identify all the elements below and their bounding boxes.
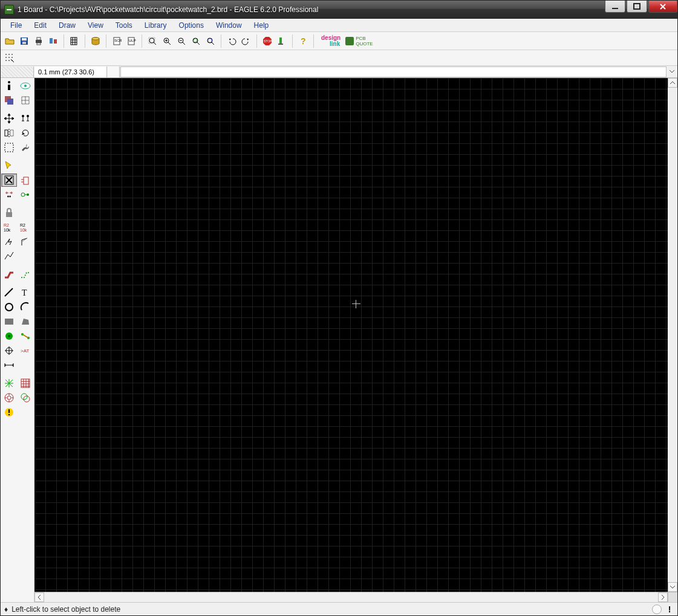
- toolbar-separator: [292, 34, 293, 48]
- lock-tool[interactable]: [1, 206, 17, 219]
- smash-tool[interactable]: [1, 235, 17, 248]
- text-tool[interactable]: T: [18, 286, 34, 299]
- script-button[interactable]: SCR: [110, 34, 123, 48]
- stop-button[interactable]: STOP: [261, 34, 274, 48]
- copy-tool[interactable]: [18, 112, 34, 125]
- signal-tool[interactable]: [18, 329, 34, 343]
- svg-text:STOP: STOP: [264, 39, 272, 43]
- layer-selector[interactable]: [1, 66, 34, 77]
- pcbquote-button[interactable]: PCB QUOTE: [345, 36, 373, 47]
- ulp-button[interactable]: ULP: [125, 34, 138, 48]
- delete-tool[interactable]: [1, 173, 17, 187]
- go-button[interactable]: [275, 34, 288, 48]
- zoom-fit-button[interactable]: [146, 34, 159, 48]
- rotate-tool[interactable]: [18, 126, 34, 140]
- info-tool[interactable]: [1, 79, 17, 92]
- designlink-button[interactable]: design link: [318, 35, 344, 47]
- vscroll-track[interactable]: [668, 88, 677, 582]
- mark-tool[interactable]: [18, 94, 34, 107]
- toolbar-separator: [85, 34, 85, 48]
- svg-point-35: [8, 60, 10, 61]
- add-tool[interactable]: [18, 173, 34, 187]
- svg-text:ULP: ULP: [129, 39, 136, 42]
- rect-tool[interactable]: [1, 315, 17, 328]
- arc-tool[interactable]: [18, 300, 34, 314]
- split-tool[interactable]: [1, 250, 17, 263]
- paste-tool[interactable]: [1, 159, 17, 172]
- value-tool[interactable]: R210k: [18, 221, 34, 234]
- change-tool[interactable]: [18, 141, 34, 154]
- miter-tool[interactable]: [18, 235, 34, 248]
- horizontal-scrollbar[interactable]: [34, 592, 677, 602]
- menu-help[interactable]: Help: [248, 19, 275, 31]
- svg-point-11: [92, 37, 99, 40]
- route-tool[interactable]: [1, 268, 17, 281]
- display-tool[interactable]: [1, 94, 17, 107]
- move-tool[interactable]: [1, 112, 17, 125]
- auto-tool[interactable]: [18, 377, 34, 390]
- erc-tool[interactable]: [1, 391, 17, 404]
- menu-window[interactable]: Window: [210, 19, 248, 31]
- via-tool[interactable]: [1, 329, 17, 343]
- open-button[interactable]: [3, 34, 16, 48]
- maximize-button[interactable]: [627, 1, 647, 13]
- vertical-scrollbar[interactable]: [668, 78, 677, 592]
- show-tool[interactable]: [18, 79, 34, 92]
- drc-tool[interactable]: [18, 391, 34, 404]
- group-tool[interactable]: [1, 141, 17, 154]
- redo-button[interactable]: [240, 34, 253, 48]
- scroll-up-button[interactable]: [668, 78, 677, 88]
- ulp-icon: ULP: [126, 36, 136, 46]
- canvas-grid: [34, 78, 677, 592]
- zoom-select-button[interactable]: [204, 34, 217, 48]
- errors-tool[interactable]: [1, 406, 17, 419]
- zoom-redraw-button[interactable]: [189, 34, 203, 48]
- print-button[interactable]: [32, 34, 45, 48]
- zoom-redraw-icon: [191, 36, 201, 46]
- cam-button[interactable]: [47, 34, 60, 48]
- layers-icon: [4, 95, 15, 106]
- errors-icon: [4, 407, 15, 418]
- mirror-tool[interactable]: [1, 126, 17, 140]
- circle-tool[interactable]: [1, 300, 17, 314]
- menu-edit[interactable]: Edit: [28, 19, 53, 31]
- dimension-tool[interactable]: [1, 358, 17, 372]
- undo-button[interactable]: [225, 34, 238, 48]
- close-button[interactable]: [648, 1, 677, 13]
- menu-options[interactable]: Options: [173, 19, 210, 31]
- hole-tool[interactable]: [1, 344, 17, 357]
- zoom-in-button[interactable]: [160, 34, 174, 48]
- replace-tool[interactable]: [18, 188, 34, 201]
- board-schematic-button[interactable]: [68, 34, 81, 48]
- menu-view[interactable]: View: [82, 19, 109, 31]
- library-button[interactable]: [89, 34, 102, 48]
- menu-library[interactable]: Library: [139, 19, 173, 31]
- menu-file[interactable]: File: [4, 19, 28, 31]
- menu-draw[interactable]: Draw: [53, 19, 82, 31]
- help-button[interactable]: ?: [296, 34, 310, 48]
- zoom-out-button[interactable]: [175, 34, 188, 48]
- designlink-label-1: design: [321, 34, 341, 41]
- scroll-left-button[interactable]: [34, 592, 44, 602]
- command-input[interactable]: [120, 66, 667, 77]
- scroll-right-button[interactable]: [658, 592, 668, 602]
- status-errors-button[interactable]: !: [665, 605, 674, 614]
- svg-rect-22: [208, 39, 212, 42]
- attribute-tool[interactable]: >AT: [18, 344, 34, 357]
- svg-rect-72: [8, 409, 10, 413]
- polygon-tool[interactable]: [18, 315, 34, 328]
- name-tool[interactable]: R210k: [1, 221, 17, 234]
- ratsnest-tool[interactable]: [1, 377, 17, 390]
- wire-tool[interactable]: [1, 286, 17, 299]
- hscroll-track[interactable]: [44, 592, 658, 602]
- command-history-button[interactable]: [667, 66, 677, 77]
- editor-canvas[interactable]: [34, 78, 677, 592]
- save-button[interactable]: [18, 34, 31, 48]
- minimize-button[interactable]: [605, 1, 625, 13]
- grid-settings-button[interactable]: [3, 51, 16, 65]
- move-icon: [4, 113, 15, 124]
- scroll-down-button[interactable]: [668, 582, 677, 592]
- ripup-tool[interactable]: [18, 268, 34, 281]
- menu-tools[interactable]: Tools: [109, 19, 139, 31]
- pinswap-tool[interactable]: [1, 188, 17, 201]
